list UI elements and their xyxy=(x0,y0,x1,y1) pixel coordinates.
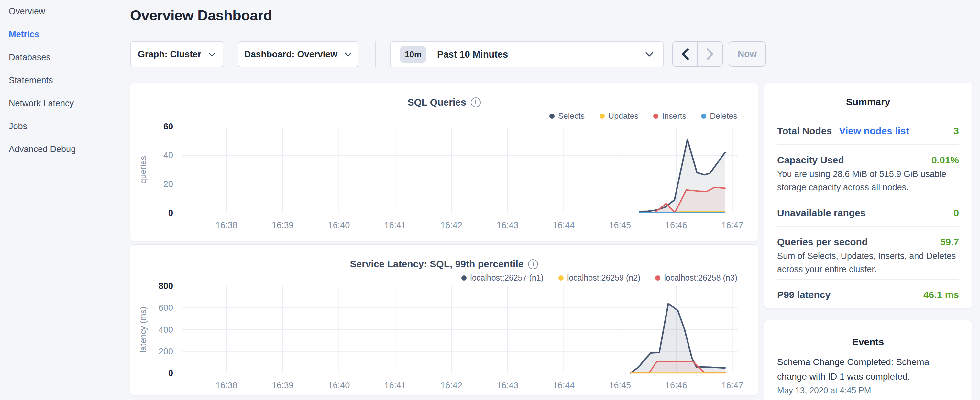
total-nodes-value: 3 xyxy=(953,126,959,137)
sidebar-item-statements[interactable]: Statements xyxy=(0,69,129,92)
p99-latency-value: 46.1 ms xyxy=(923,289,959,300)
p99-latency-label: P99 latency xyxy=(777,289,830,300)
time-range-dropdown[interactable]: 10m Past 10 Minutes xyxy=(390,41,663,67)
svg-text:200: 200 xyxy=(159,347,173,356)
sidebar-item-label: Network Latency xyxy=(9,98,74,108)
sidebar-item-label: Jobs xyxy=(9,121,27,131)
chevron-down-icon xyxy=(646,52,653,57)
svg-text:16:39: 16:39 xyxy=(272,381,294,390)
svg-text:20: 20 xyxy=(163,179,173,189)
queries-per-second-value: 59.7 xyxy=(940,237,959,247)
summary-divider xyxy=(777,199,959,199)
summary-divider xyxy=(777,279,959,280)
summary-row-p99-latency: P99 latency 46.1 ms xyxy=(777,289,959,300)
queries-per-second-label: Queries per second xyxy=(777,237,868,247)
svg-text:0: 0 xyxy=(168,208,173,218)
sidebar-item-metrics[interactable]: Metrics xyxy=(0,23,129,46)
dashboard-dropdown[interactable]: Dashboard: Overview xyxy=(238,41,358,67)
svg-text:16:42: 16:42 xyxy=(440,220,462,230)
svg-text:16:44: 16:44 xyxy=(553,381,575,390)
events-title: Events xyxy=(764,336,972,347)
sidebar-item-label: Databases xyxy=(9,53,51,62)
svg-text:16:42: 16:42 xyxy=(440,381,462,390)
summary-divider xyxy=(777,144,959,145)
svg-text:40: 40 xyxy=(163,150,173,160)
sidebar-item-advanced-debug[interactable]: Advanced Debug xyxy=(0,138,129,161)
graph-dropdown[interactable]: Graph: Cluster xyxy=(130,41,223,67)
svg-text:latency (ms): latency (ms) xyxy=(138,307,148,353)
svg-text:16:43: 16:43 xyxy=(496,381,519,390)
capacity-used-value: 0.01% xyxy=(931,155,959,166)
sql-queries-chart-plot[interactable]: 16:3816:3916:4016:4116:4216:4316:4416:45… xyxy=(130,83,758,241)
sidebar-item-overview[interactable]: Overview xyxy=(0,0,129,23)
sql-queries-card: SQL Queries i Selects Updates Inserts De… xyxy=(130,83,758,241)
total-nodes-label: Total Nodes xyxy=(777,126,832,137)
next-time-button[interactable] xyxy=(698,42,722,66)
svg-text:16:45: 16:45 xyxy=(609,220,631,230)
summary-row-queries-per-second: Queries per second 59.7 xyxy=(777,237,959,247)
unavailable-ranges-label: Unavailable ranges xyxy=(777,207,865,218)
sidebar-item-network-latency[interactable]: Network Latency xyxy=(0,92,129,115)
service-latency-chart-plot[interactable]: 16:3816:3916:4016:4116:4216:4316:4416:45… xyxy=(130,245,758,396)
event-item-timestamp: May 13, 2020 at 4:45 PM xyxy=(777,386,871,395)
sidebar-item-label: Metrics xyxy=(9,29,40,40)
svg-text:16:38: 16:38 xyxy=(215,381,237,390)
svg-text:800: 800 xyxy=(159,281,173,291)
svg-text:16:39: 16:39 xyxy=(272,220,294,230)
sidebar-item-databases[interactable]: Databases xyxy=(0,46,129,69)
service-latency-card: Service Latency: SQL, 99th percentile i … xyxy=(130,244,758,395)
svg-text:60: 60 xyxy=(163,122,173,131)
sidebar-item-label: Statements xyxy=(9,75,53,85)
summary-divider xyxy=(777,226,959,227)
chevron-down-icon xyxy=(208,53,215,57)
svg-text:16:46: 16:46 xyxy=(665,220,687,230)
summary-row-total-nodes: Total Nodes View nodes list 3 xyxy=(777,126,959,137)
svg-text:16:46: 16:46 xyxy=(665,381,687,390)
svg-text:queries: queries xyxy=(138,156,148,183)
summary-title: Summary xyxy=(764,96,972,107)
controls-divider xyxy=(375,41,376,67)
prev-time-button[interactable] xyxy=(673,42,698,66)
sidebar-item-jobs[interactable]: Jobs xyxy=(0,115,129,138)
svg-text:16:43: 16:43 xyxy=(496,220,519,230)
sidebar: Overview Metrics Databases Statements Ne… xyxy=(0,0,129,400)
now-button-label: Now xyxy=(738,49,757,59)
svg-text:16:47: 16:47 xyxy=(721,220,743,230)
chevron-left-icon xyxy=(682,48,689,60)
time-step-buttons xyxy=(672,41,723,67)
capacity-used-label: Capacity Used xyxy=(777,155,844,166)
svg-text:16:47: 16:47 xyxy=(721,381,743,390)
svg-text:400: 400 xyxy=(159,325,173,335)
queries-per-second-subtext: Sum of Selects, Updates, Inserts, and De… xyxy=(777,250,960,276)
now-button[interactable]: Now xyxy=(729,41,766,67)
svg-text:0: 0 xyxy=(168,368,173,378)
summary-row-capacity-used: Capacity Used 0.01% xyxy=(777,155,959,166)
view-nodes-list-link[interactable]: View nodes list xyxy=(839,126,909,137)
svg-text:16:40: 16:40 xyxy=(328,220,350,230)
dashboard-dropdown-label: Dashboard: Overview xyxy=(244,49,337,59)
svg-text:16:40: 16:40 xyxy=(328,381,350,390)
svg-text:600: 600 xyxy=(159,303,173,312)
sidebar-item-label: Overview xyxy=(9,6,45,16)
svg-text:16:41: 16:41 xyxy=(384,381,406,390)
svg-text:16:41: 16:41 xyxy=(384,220,406,230)
time-range-label: Past 10 Minutes xyxy=(437,49,646,60)
summary-row-unavailable-ranges: Unavailable ranges 0 xyxy=(777,207,959,218)
svg-text:16:44: 16:44 xyxy=(553,220,575,230)
capacity-used-subtext: You are using 28.6 MiB of 515.9 GiB usab… xyxy=(777,167,960,194)
graph-dropdown-label: Graph: Cluster xyxy=(138,49,201,59)
summary-panel: Summary Total Nodes View nodes list 3 Ca… xyxy=(764,83,972,308)
events-panel: Events Schema Change Completed: Schema c… xyxy=(764,320,972,400)
chevron-down-icon xyxy=(345,53,352,57)
sidebar-item-label: Advanced Debug xyxy=(9,144,76,155)
svg-text:16:38: 16:38 xyxy=(215,220,237,230)
overview-dashboard-page: { "header": { "title": "Overview Dashboa… xyxy=(0,0,980,400)
time-range-badge: 10m xyxy=(400,46,426,63)
unavailable-ranges-value: 0 xyxy=(953,207,959,218)
event-item-text: Schema Change Completed: Schema change w… xyxy=(777,355,960,384)
svg-text:16:45: 16:45 xyxy=(609,381,631,390)
page-title: Overview Dashboard xyxy=(130,7,272,24)
chevron-right-icon xyxy=(706,48,714,60)
